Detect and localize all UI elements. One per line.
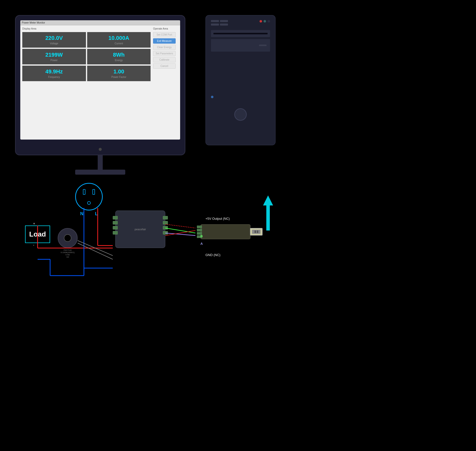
current-cell: 10.000A Current	[87, 32, 151, 48]
connection-arrow-up	[263, 195, 273, 231]
tower-drive1	[211, 30, 270, 37]
outlet-ground	[87, 201, 91, 205]
pf-terminal-l4	[113, 231, 118, 235]
load-plus: +	[33, 221, 35, 225]
pf-terminal-r4	[163, 231, 168, 235]
tower-led-red	[260, 20, 262, 23]
set-parameters-button[interactable]: Set Parameters	[153, 51, 176, 56]
computer-tower	[205, 15, 276, 145]
svg-line-14	[165, 224, 195, 228]
display-grid: 220.0V Voltage 10.000A Current 2199W Pow…	[22, 32, 151, 81]
energy-cell: 8Wh Energy	[87, 49, 151, 64]
power-label: Power	[51, 59, 58, 62]
power-cell: 2199W Power	[22, 49, 86, 64]
wiring-diagram: + Load - N L PZCT-020-100A(1000/1)0.4Ω1Ω…	[15, 170, 291, 306]
frequency-label: Frequency	[48, 76, 60, 78]
label-gnd: GND (NC)	[205, 253, 220, 257]
usb-slot-2	[257, 231, 258, 233]
ct-body	[58, 228, 78, 248]
load-label: Load	[29, 230, 46, 238]
frequency-value: 49.9Hz	[45, 68, 63, 75]
load-minus: -	[33, 243, 34, 247]
tower-port-4	[220, 24, 228, 26]
ct-label: PZCT-020-100A(1000/1)0.4Ω1Ω	[61, 249, 75, 258]
svg-line-13	[165, 231, 195, 236]
pf-terminal-r2	[163, 221, 168, 224]
arrow-head	[263, 195, 273, 205]
app-title: Power Meter Monitor	[22, 21, 45, 24]
usb-terminal-1	[197, 226, 202, 228]
tower-power-led	[211, 96, 213, 98]
current-label: Current	[115, 42, 123, 45]
operate-area-label: Operate Area	[153, 27, 178, 30]
ct-hole	[64, 234, 71, 242]
tower-port-3	[211, 24, 219, 26]
pf-terminal-r1	[163, 216, 168, 219]
calibrate-button[interactable]: Calibrate	[153, 57, 176, 62]
pf-terminal-l3	[113, 226, 118, 230]
tower-port-1	[211, 20, 219, 22]
label-b: B	[200, 234, 203, 238]
operate-area: Operate Area Set COM Port Exit Measure C…	[153, 27, 178, 138]
peacefair-device: peacefair	[115, 210, 165, 248]
monitor: Power Meter Monitor Display Area 220.0V …	[15, 15, 185, 155]
pf-terminal-l2	[113, 221, 118, 224]
peacefair-logo: peacefair	[135, 228, 146, 231]
tower-top	[206, 16, 275, 28]
voltage-label: Voltage	[50, 42, 58, 45]
energy-value: 8Wh	[113, 52, 125, 58]
usb-plug	[250, 228, 263, 236]
usb-terminal-2	[197, 229, 202, 232]
tower-drive1-slot	[213, 33, 268, 34]
outlet-l-label: L	[95, 211, 98, 216]
current-value: 10.000A	[108, 35, 129, 41]
set-com-port-button[interactable]: Set COM Port	[153, 32, 176, 37]
svg-line-9	[78, 241, 113, 256]
tower-port-2	[220, 20, 228, 22]
pf-terminal-r3	[163, 226, 168, 230]
energy-label: Energy	[115, 59, 123, 62]
tower-led-dark	[268, 20, 270, 23]
tower-drive2-btn	[259, 45, 267, 46]
load-box: + Load -	[25, 225, 50, 243]
tower-led-teal	[264, 20, 266, 23]
arrow-body	[266, 205, 270, 231]
tower-leds	[260, 20, 270, 23]
voltage-cell: 220.0V Voltage	[22, 32, 86, 48]
outlet-prong-left	[83, 189, 85, 195]
display-area: Display Area 220.0V Voltage 10.000A Curr…	[22, 27, 151, 138]
tower-power-button[interactable]	[234, 108, 247, 121]
ct-sensor: PZCT-020-100A(1000/1)0.4Ω1Ω	[58, 228, 78, 248]
outlet-n-label: N	[80, 211, 83, 216]
outlet: N L	[75, 183, 103, 210]
monitor-power-indicator	[99, 148, 102, 151]
app-window: Power Meter Monitor Display Area 220.0V …	[20, 20, 180, 140]
label-5v-output: +5V Output (NC)	[205, 217, 230, 220]
power-factor-cell: 1.00 Power Factor	[87, 66, 151, 81]
svg-line-11	[165, 228, 195, 233]
tower-ports	[211, 20, 228, 26]
outlet-circle	[75, 183, 103, 210]
cancel-button[interactable]: Cancel	[153, 63, 176, 69]
power-factor-label: Power Factor	[111, 76, 126, 78]
monitor-stand	[98, 155, 103, 170]
usb-slot-1	[255, 231, 256, 233]
app-titlebar: Power Meter Monitor	[20, 20, 180, 25]
pf-terminals-left	[113, 216, 118, 235]
power-value: 2199W	[45, 52, 63, 58]
label-a: A	[200, 242, 203, 246]
pf-terminal-l1	[113, 216, 118, 219]
frequency-cell: 49.9Hz Frequency	[22, 66, 86, 81]
voltage-value: 220.0V	[45, 35, 63, 41]
power-factor-value: 1.00	[113, 68, 124, 75]
monitor-screen: Power Meter Monitor Display Area 220.0V …	[20, 20, 180, 140]
pf-terminals-right	[163, 216, 168, 235]
display-area-label: Display Area	[22, 27, 151, 30]
svg-line-10	[78, 243, 113, 259]
usb-converter	[200, 224, 251, 239]
exit-measure-button[interactable]: Exit Measure	[153, 38, 176, 44]
usb-plug-inner	[252, 230, 261, 234]
outlet-prong-right	[92, 189, 95, 195]
svg-line-12	[165, 233, 195, 236]
clear-energy-button[interactable]: Clear Energy	[153, 45, 176, 50]
